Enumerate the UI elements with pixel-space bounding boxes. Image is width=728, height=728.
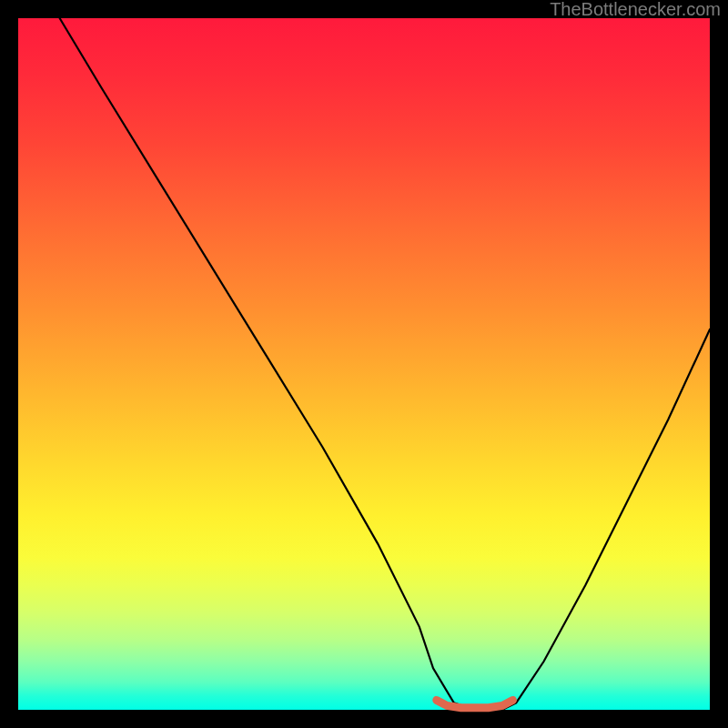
- chart-svg: [18, 18, 710, 710]
- chart-frame: TheBottlenecker.com: [0, 0, 728, 728]
- plot-area: [18, 18, 710, 710]
- curve-path: [60, 18, 710, 710]
- trough-marker-path: [437, 700, 513, 707]
- watermark: TheBottlenecker.com: [550, 0, 721, 18]
